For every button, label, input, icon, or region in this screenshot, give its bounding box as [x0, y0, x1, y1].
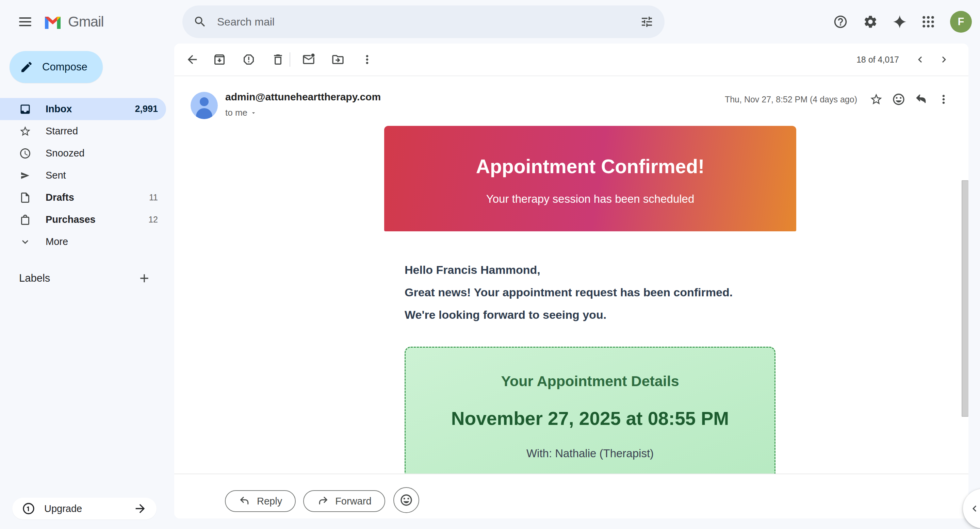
avatar-person-body: [196, 108, 212, 119]
recipient-label: to me: [225, 108, 247, 118]
report-spam-icon[interactable]: [240, 51, 258, 68]
circled-one-icon: [22, 502, 35, 515]
send-icon: [17, 167, 33, 184]
emoji-icon: [399, 493, 413, 507]
message-timestamp: Thu, Nov 27, 8:52 PM (4 days ago): [725, 95, 857, 105]
forward-label: Forward: [335, 496, 371, 507]
body-line-1: Great news! Your appointment request has…: [404, 281, 733, 303]
settings-gear-icon[interactable]: [862, 14, 878, 30]
avatar-person-icon: [200, 97, 208, 106]
email-banner: Appointment Confirmed! Your therapy sess…: [384, 126, 796, 231]
draft-file-icon: [17, 189, 33, 206]
chevron-left-icon: [969, 502, 980, 515]
sidebar-item-purchases[interactable]: Purchases 12: [0, 208, 166, 230]
account-avatar[interactable]: F: [950, 11, 972, 33]
chevron-down-icon: [17, 234, 33, 250]
sidebar-item-more[interactable]: More: [0, 230, 166, 253]
compose-button[interactable]: Compose: [10, 51, 103, 83]
compose-label: Compose: [42, 61, 88, 73]
reply-label: Reply: [257, 496, 282, 507]
sidebar-nav: Inbox 2,991 Starred Snoozed Sent Drafts …: [0, 98, 166, 253]
pagination-count: 18 of 4,017: [856, 55, 899, 65]
reply-arrow-icon: [239, 495, 251, 507]
apps-grid-icon[interactable]: [920, 14, 937, 30]
sidebar-item-label: Starred: [46, 125, 78, 137]
star-icon: [17, 123, 33, 140]
sidebar-item-label: More: [46, 236, 68, 247]
search-options-icon[interactable]: [639, 14, 655, 30]
sidebar-item-label: Snoozed: [46, 148, 85, 159]
email-body-text: Hello Francis Hammond, Great news! Your …: [404, 259, 733, 326]
clock-icon: [17, 145, 33, 162]
upgrade-label: Upgrade: [44, 503, 82, 515]
sidebar-item-label: Purchases: [46, 214, 95, 225]
delete-icon[interactable]: [269, 51, 287, 68]
upgrade-button[interactable]: Upgrade: [12, 498, 156, 519]
sidebar-item-count: 2,991: [135, 104, 158, 114]
sidebar-item-label: Drafts: [46, 192, 74, 203]
avatar-initial: F: [958, 16, 964, 28]
previous-email-icon[interactable]: [913, 52, 928, 67]
gemini-sparkle-icon[interactable]: [891, 14, 908, 30]
sender-email[interactable]: admin@attunehearttherapy.com: [225, 91, 381, 103]
sidebar-item-inbox[interactable]: Inbox 2,991: [0, 98, 166, 120]
move-to-icon[interactable]: [329, 51, 347, 68]
gmail-app: Gmail F Compose Inbox 2,991: [0, 0, 980, 529]
sidebar-item-count: 11: [149, 192, 158, 202]
labels-section: Labels: [0, 269, 166, 288]
mark-unread-icon[interactable]: [300, 51, 318, 68]
search-input[interactable]: [217, 16, 639, 28]
forward-button[interactable]: Forward: [303, 490, 385, 512]
sidebar-item-label: Sent: [46, 170, 66, 181]
arrow-right-icon: [134, 502, 147, 515]
body-line-2: We're looking forward to seeing you.: [404, 303, 733, 326]
pencil-icon: [20, 60, 33, 74]
gmail-m-icon: [43, 14, 63, 30]
reply-icon[interactable]: [912, 91, 930, 108]
appointment-details-card: Your Appointment Details November 27, 20…: [404, 347, 775, 473]
search-bar[interactable]: [182, 5, 665, 38]
labels-heading: Labels: [19, 272, 50, 284]
hamburger-menu-icon[interactable]: [17, 14, 33, 30]
sidebar-item-snoozed[interactable]: Snoozed: [0, 142, 166, 164]
sidebar-item-starred[interactable]: Starred: [0, 120, 166, 142]
details-therapist: With: Nathalie (Therapist): [406, 447, 775, 460]
search-icon[interactable]: [192, 14, 208, 30]
message-more-options-icon[interactable]: [935, 91, 953, 108]
sidebar-item-sent[interactable]: Sent: [0, 164, 166, 186]
scrollbar-thumb[interactable]: [962, 180, 969, 417]
gmail-wordmark: Gmail: [68, 14, 104, 30]
more-options-icon[interactable]: [358, 51, 376, 68]
toolbar-divider: [290, 52, 290, 67]
details-heading: Your Appointment Details: [406, 373, 775, 389]
next-email-icon[interactable]: [937, 52, 951, 67]
help-icon[interactable]: [832, 14, 849, 30]
banner-subtitle: Your therapy session has been scheduled: [486, 192, 695, 205]
inbox-icon: [17, 101, 33, 118]
shopping-bag-icon: [17, 211, 33, 228]
pagination: 18 of 4,017: [856, 44, 951, 76]
sidebar-item-label: Inbox: [46, 103, 72, 114]
greeting-line: Hello Francis Hammond,: [404, 259, 733, 281]
message-bottom-divider: [174, 473, 969, 474]
reply-button[interactable]: Reply: [225, 490, 296, 512]
sidebar-item-count: 12: [148, 214, 158, 224]
email-toolbar: [174, 44, 969, 76]
dropdown-caret-icon: [250, 110, 257, 116]
message-region: admin@attunehearttherapy.com to me Thu, …: [174, 76, 969, 473]
archive-icon[interactable]: [211, 51, 228, 68]
emoji-reaction-icon[interactable]: [890, 91, 907, 108]
star-message-icon[interactable]: [867, 91, 885, 108]
email-view-card: 18 of 4,017 admin@attunehearttherapy.com…: [174, 44, 969, 518]
message-actions: Reply Forward: [225, 489, 419, 513]
gmail-logo[interactable]: Gmail: [43, 14, 104, 30]
message-meta: Thu, Nov 27, 8:52 PM (4 days ago): [725, 91, 953, 108]
sender-avatar[interactable]: [191, 92, 218, 119]
recipient-dropdown[interactable]: to me: [225, 108, 257, 118]
forward-arrow-icon: [317, 495, 329, 507]
emoji-reaction-button[interactable]: [393, 487, 419, 513]
back-icon[interactable]: [183, 51, 201, 68]
details-datetime: November 27, 2025 at 08:55 PM: [406, 408, 775, 429]
add-label-plus-icon[interactable]: [136, 270, 153, 286]
sidebar-item-drafts[interactable]: Drafts 11: [0, 186, 166, 208]
